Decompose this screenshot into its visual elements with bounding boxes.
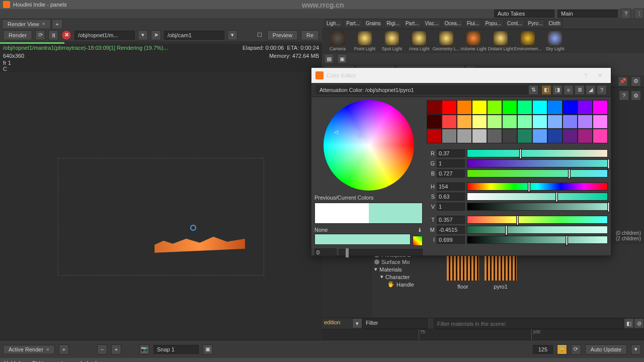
help-icon[interactable]: ?: [621, 9, 631, 19]
render-button[interactable]: Render: [3, 30, 32, 40]
color-editor-titlebar[interactable]: Color Editor ? ✕: [311, 68, 611, 83]
gear-icon[interactable]: ⚙: [631, 76, 641, 86]
palette-swatch[interactable]: [457, 100, 472, 115]
link-icon[interactable]: ▣: [203, 344, 213, 354]
palette-swatch[interactable]: [517, 100, 532, 115]
palette-swatch[interactable]: [502, 115, 517, 129]
channel-value[interactable]: 0.357: [437, 216, 465, 224]
palette-swatch[interactable]: [532, 115, 547, 129]
palette-swatch[interactable]: [517, 115, 532, 129]
color-palette[interactable]: [427, 100, 608, 143]
jump-icon[interactable]: ➤: [151, 30, 161, 40]
auto-update-toggle[interactable]: Auto Update: [585, 344, 627, 354]
palette-swatch[interactable]: [517, 129, 532, 143]
palette-preset-icon[interactable]: [413, 236, 423, 246]
alpha-slider[interactable]: [339, 249, 423, 256]
chevron-down-icon[interactable]: ▾: [631, 344, 641, 354]
menu-icon[interactable]: ⋮: [634, 9, 644, 19]
minus-icon[interactable]: −: [97, 344, 107, 354]
help-icon[interactable]: ?: [619, 90, 629, 101]
add-tab-button[interactable]: +: [52, 19, 63, 28]
palette-swatch[interactable]: [487, 115, 502, 129]
palette-swatch[interactable]: [427, 129, 442, 143]
shelf-tool[interactable]: Distant Light: [489, 31, 512, 51]
shelf-tab[interactable]: Part...: [344, 19, 362, 28]
help-icon[interactable]: ?: [579, 69, 593, 81]
shelf-tool[interactable]: Geometry L...: [435, 31, 458, 51]
palette-swatch[interactable]: [578, 129, 593, 143]
palette-swatch[interactable]: [457, 115, 472, 129]
palette-swatch[interactable]: [578, 115, 593, 129]
palette-swatch[interactable]: [578, 100, 593, 115]
palette-swatch[interactable]: [593, 129, 608, 143]
tab-render-view[interactable]: Render View×: [2, 19, 51, 28]
palette-swatch[interactable]: [593, 100, 608, 115]
shelf-tool[interactable]: Volume Light: [462, 31, 485, 51]
channel-slider[interactable]: [467, 183, 608, 191]
pause-icon[interactable]: ⏸: [48, 30, 58, 40]
palette-swatch[interactable]: [502, 100, 517, 115]
shelf-tab[interactable]: Part...: [403, 19, 422, 28]
shelf-tab[interactable]: Visc...: [423, 19, 441, 28]
shelf-tool[interactable]: Area Light: [408, 31, 431, 51]
help-icon[interactable]: ?: [597, 85, 607, 95]
shelf-tab[interactable]: Cloth: [546, 19, 562, 28]
palette-swatch[interactable]: [487, 129, 502, 143]
shelf-tab[interactable]: Popu...: [482, 19, 504, 28]
palette-swatch[interactable]: [593, 115, 608, 129]
palette-swatch[interactable]: [427, 115, 442, 129]
thermometer-icon[interactable]: 🌡: [417, 227, 423, 233]
shelf-tab[interactable]: Ligh...: [324, 19, 343, 28]
shelf-tool[interactable]: Camera: [326, 31, 349, 51]
channel-slider[interactable]: [467, 169, 608, 177]
channel-slider[interactable]: [467, 226, 608, 234]
channel-slider[interactable]: [467, 193, 608, 201]
tree-item[interactable]: ▾ Materials: [372, 265, 443, 273]
palette-swatch[interactable]: [532, 100, 547, 115]
shelf-tool[interactable]: Spot Light: [380, 31, 404, 51]
channel-slider[interactable]: [467, 216, 608, 224]
mode-icon[interactable]: ≡: [564, 85, 574, 95]
camera-path-field[interactable]: /obj/cam1: [164, 31, 224, 40]
prev-current-swatch[interactable]: →←: [314, 203, 423, 224]
material-clear-icon[interactable]: ⊘: [634, 318, 644, 328]
alpha-field[interactable]: [314, 248, 337, 256]
palette-swatch[interactable]: [427, 100, 442, 115]
palette-swatch[interactable]: [472, 100, 487, 115]
snapshot-icon[interactable]: 📷: [139, 344, 149, 354]
shelf-tool[interactable]: Point Light: [353, 31, 376, 51]
palette-swatch[interactable]: [547, 100, 562, 115]
gear-icon[interactable]: ⚙: [631, 90, 641, 101]
palette-swatch[interactable]: [547, 129, 562, 143]
re-button[interactable]: Re: [301, 30, 319, 40]
channel-slider[interactable]: [467, 236, 608, 244]
palette-swatch[interactable]: [562, 100, 578, 115]
shelf-tab[interactable]: Rigi...: [384, 19, 402, 28]
close-icon[interactable]: ×: [42, 21, 45, 27]
shelf-tab[interactable]: Flui...: [464, 19, 481, 28]
channel-value[interactable]: 1: [437, 159, 465, 167]
snap-field[interactable]: Snap 1: [153, 345, 199, 354]
color-marker[interactable]: [358, 134, 362, 138]
channel-value[interactable]: 0.727: [437, 169, 465, 177]
shelf-tab[interactable]: Pyro...: [526, 19, 545, 28]
pane-icon[interactable]: ▦: [324, 54, 334, 64]
palette-swatch[interactable]: [502, 129, 517, 143]
render-viewport[interactable]: [0, 72, 322, 340]
close-icon[interactable]: ✕: [593, 69, 607, 81]
tree-item[interactable]: ▾ Character: [372, 273, 443, 281]
refresh-icon[interactable]: ⟳: [571, 344, 581, 354]
channel-value[interactable]: 0.699: [437, 236, 465, 244]
chevron-down-icon[interactable]: ▾: [352, 318, 362, 328]
eyedropper-icon[interactable]: ◢: [586, 85, 596, 95]
frame-field[interactable]: 125: [533, 345, 553, 354]
rop-path-field[interactable]: /obj/ropnet1/m...: [74, 31, 135, 40]
mode-icon[interactable]: ◧: [541, 85, 551, 95]
stop-icon[interactable]: ✖: [61, 30, 71, 40]
channel-value[interactable]: 154: [437, 183, 465, 191]
color-wheel[interactable]: ◁: [324, 100, 414, 191]
channel-slider[interactable]: [467, 203, 608, 211]
channel-value[interactable]: 0.37: [437, 149, 465, 157]
timeline[interactable]: 75 100: [322, 329, 644, 340]
channel-slider[interactable]: [467, 159, 608, 167]
